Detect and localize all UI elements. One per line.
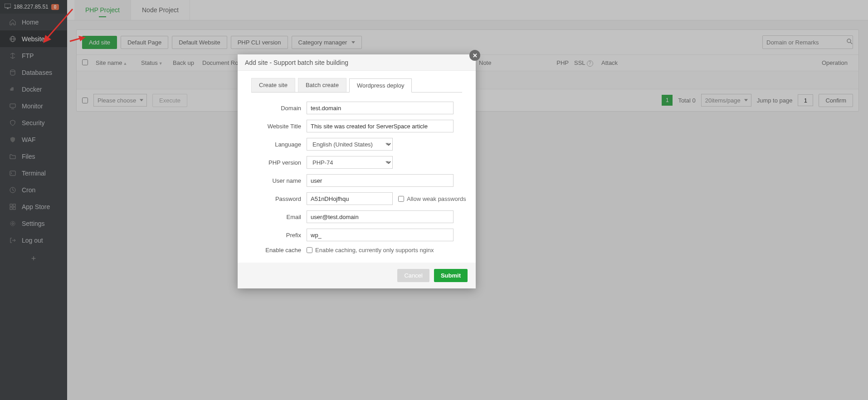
email-input[interactable]	[307, 210, 454, 223]
domain-label: Domain	[247, 105, 301, 112]
modal-title: Add site - Support batch site building	[238, 54, 476, 71]
enable-cache-checkbox[interactable]	[307, 247, 312, 253]
tab-batch-create[interactable]: Batch create	[298, 78, 346, 92]
modal-footer: Cancel Submit	[238, 263, 476, 288]
submit-button[interactable]: Submit	[434, 269, 468, 282]
prefix-input[interactable]	[307, 229, 454, 241]
enable-cache-label: Enable cache	[247, 247, 301, 254]
cancel-button[interactable]: Cancel	[397, 269, 429, 282]
modal-overlay: ✕ Add site - Support batch site building…	[0, 0, 868, 400]
prefix-label: Prefix	[247, 232, 301, 239]
username-input[interactable]	[307, 174, 454, 187]
website-title-input[interactable]	[307, 120, 454, 132]
php-version-select[interactable]: PHP-74	[307, 156, 393, 169]
username-label: User name	[247, 177, 301, 184]
language-select[interactable]: English (United States)	[307, 138, 393, 151]
password-label: Password	[247, 195, 301, 202]
enable-cache-wrapper: Enable caching, currently only supports …	[307, 247, 434, 254]
language-label: Language	[247, 141, 301, 148]
cache-hint: Enable caching, currently only supports …	[315, 247, 434, 254]
allow-weak-checkbox[interactable]	[398, 196, 404, 202]
modal-tabs: Create site Batch create Wordpress deplo…	[238, 71, 476, 92]
allow-weak-wrapper: Allow weak passwords	[398, 195, 466, 202]
allow-weak-label: Allow weak passwords	[407, 195, 466, 202]
close-modal-button[interactable]: ✕	[469, 50, 480, 61]
email-label: Email	[247, 214, 301, 220]
add-site-modal: ✕ Add site - Support batch site building…	[238, 54, 476, 288]
close-icon: ✕	[473, 52, 478, 59]
tab-create-site[interactable]: Create site	[251, 78, 295, 92]
php-version-label: PHP version	[247, 159, 301, 166]
tab-wordpress-deploy[interactable]: Wordpress deploy	[349, 78, 412, 93]
website-title-label: Website Title	[247, 123, 301, 130]
domain-input[interactable]	[307, 102, 454, 114]
password-input[interactable]	[307, 192, 393, 205]
